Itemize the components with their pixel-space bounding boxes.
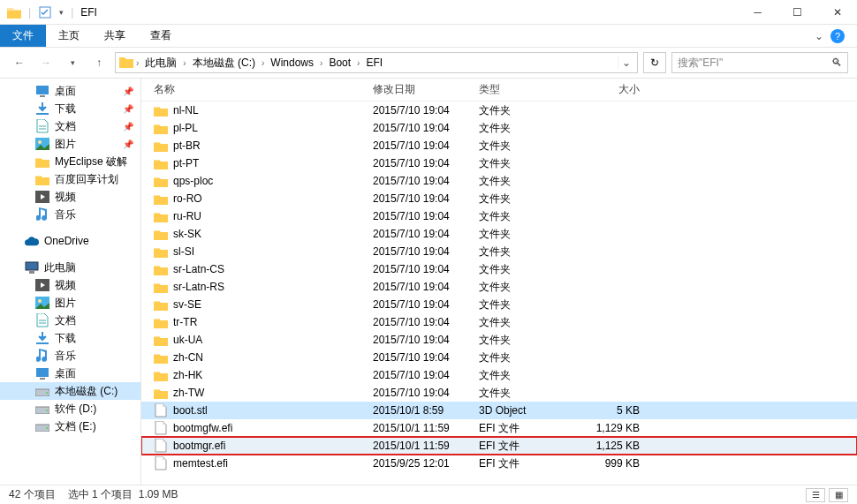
chevron-right-icon[interactable]: › — [356, 58, 360, 68]
svg-point-7 — [38, 140, 42, 144]
sidebar-item[interactable]: 桌面 — [0, 365, 140, 382]
file-row[interactable]: zh-CN 2015/7/10 19:04 文件夹 — [141, 349, 857, 366]
tab-share[interactable]: 共享 — [92, 25, 138, 47]
sidebar-item[interactable]: 软件 (D:) — [0, 400, 140, 417]
file-row[interactable]: zh-TW 2015/7/10 19:04 文件夹 — [141, 384, 857, 402]
file-row[interactable]: nl-NL 2015/7/10 19:04 文件夹 — [141, 102, 857, 119]
sidebar-item[interactable]: 音乐 — [0, 347, 140, 365]
file-type: EFI 文件 — [479, 421, 573, 436]
sidebar-item[interactable]: 本地磁盘 (C:) — [0, 382, 140, 400]
sidebar-item[interactable]: 下载 — [0, 329, 140, 347]
doc-icon — [35, 313, 49, 327]
forward-button[interactable]: → — [35, 52, 57, 73]
quick-access-prop-icon[interactable] — [38, 5, 52, 19]
qat-dropdown-icon[interactable]: ▾ — [59, 8, 64, 17]
sidebar-item[interactable]: 桌面📌 — [0, 82, 140, 100]
file-row[interactable]: tr-TR 2015/7/10 19:04 文件夹 — [141, 313, 857, 331]
search-input[interactable]: 搜索"EFI" 🔍︎ — [671, 52, 848, 73]
details-view-button[interactable]: ☰ — [806, 488, 825, 502]
tab-view[interactable]: 查看 — [138, 25, 184, 47]
icons-view-button[interactable]: ▦ — [829, 488, 848, 502]
file-row[interactable]: pt-BR 2015/7/10 19:04 文件夹 — [141, 137, 857, 154]
address-bar[interactable]: › 此电脑 › 本地磁盘 (C:) › Windows › Boot › EFI… — [115, 52, 638, 73]
help-icon[interactable]: ? — [830, 29, 845, 43]
chevron-right-icon[interactable]: › — [135, 58, 140, 68]
file-row[interactable]: memtest.efi 2015/9/25 12:01 EFI 文件 999 K… — [141, 455, 857, 472]
crumb[interactable]: Boot — [325, 56, 354, 69]
crumb[interactable]: 此电脑 — [141, 56, 180, 71]
file-row[interactable]: sk-SK 2015/7/10 19:04 文件夹 — [141, 225, 857, 243]
up-button[interactable]: ↑ — [88, 52, 110, 73]
refresh-button[interactable]: ↻ — [643, 52, 666, 73]
file-row[interactable]: ro-RO 2015/7/10 19:04 文件夹 — [141, 190, 857, 207]
file-row[interactable]: sl-SI 2015/7/10 19:04 文件夹 — [141, 243, 857, 260]
sidebar-item-label: 桌面 — [55, 366, 76, 381]
file-row[interactable]: ru-RU 2015/7/10 19:04 文件夹 — [141, 207, 857, 225]
crumb[interactable]: 本地磁盘 (C:) — [189, 56, 259, 71]
sidebar-item[interactable]: 下载📌 — [0, 100, 140, 117]
sidebar-onedrive[interactable]: OneDrive — [0, 232, 140, 250]
file-row[interactable]: sv-SE 2015/7/10 19:04 文件夹 — [141, 296, 857, 313]
folder-icon — [154, 333, 168, 347]
tab-home[interactable]: 主页 — [46, 25, 92, 47]
sidebar-thispc[interactable]: 此电脑 — [0, 259, 140, 276]
col-type[interactable]: 类型 — [479, 82, 573, 97]
file-row[interactable]: pl-PL 2015/7/10 19:04 文件夹 — [141, 119, 857, 137]
crumb[interactable]: EFI — [362, 56, 386, 69]
file-row[interactable]: bootmgr.efi 2015/10/1 11:59 EFI 文件 1,125… — [141, 437, 857, 455]
sidebar-item[interactable]: 音乐 — [0, 206, 140, 223]
drive-icon — [35, 384, 49, 398]
sidebar-item-label: 视频 — [55, 278, 76, 293]
file-date: 2015/10/1 11:59 — [373, 422, 479, 434]
column-header: 名称 修改日期 类型 大小 — [141, 79, 857, 102]
sidebar-item[interactable]: 文档 — [0, 312, 140, 329]
file-row[interactable]: sr-Latn-RS 2015/7/10 19:04 文件夹 — [141, 278, 857, 296]
file-row[interactable]: sr-Latn-CS 2015/7/10 19:04 文件夹 — [141, 260, 857, 278]
tab-file[interactable]: 文件 — [0, 25, 46, 47]
maximize-button[interactable]: ☐ — [777, 0, 817, 25]
folder-icon — [154, 386, 168, 400]
download-icon — [35, 331, 49, 345]
pin-icon: 📌 — [123, 87, 133, 96]
file-row[interactable]: boot.stl 2015/10/1 8:59 3D Object 5 KB — [141, 402, 857, 419]
file-name: zh-HK — [173, 369, 202, 381]
minimize-button[interactable]: ─ — [738, 0, 777, 25]
address-dropdown-icon[interactable]: ⌄ — [618, 56, 633, 69]
crumb[interactable]: Windows — [267, 56, 317, 69]
history-dropdown[interactable]: ▾ — [62, 52, 83, 73]
col-name[interactable]: 名称 — [154, 82, 373, 97]
sidebar-item[interactable]: MyEclipse 破解 — [0, 153, 140, 170]
file-row[interactable]: zh-HK 2015/7/10 19:04 文件夹 — [141, 366, 857, 384]
file-date: 2015/7/10 19:04 — [373, 157, 479, 169]
image-icon — [35, 137, 49, 151]
folder-icon — [154, 121, 168, 135]
file-row[interactable]: pt-PT 2015/7/10 19:04 文件夹 — [141, 154, 857, 172]
svg-rect-17 — [36, 368, 49, 377]
file-type: 文件夹 — [479, 227, 573, 242]
col-date[interactable]: 修改日期 — [373, 82, 479, 97]
file-date: 2015/7/10 19:04 — [373, 104, 479, 117]
pin-icon: 📌 — [123, 104, 133, 114]
sidebar-item[interactable]: 视频 — [0, 188, 140, 206]
sidebar-item[interactable]: 文档📌 — [0, 117, 140, 135]
sidebar-item[interactable]: 图片 — [0, 294, 140, 312]
sidebar-item[interactable]: 文档 (E:) — [0, 417, 140, 435]
back-button[interactable]: ← — [9, 52, 30, 73]
sidebar-item[interactable]: 视频 — [0, 276, 140, 294]
file-row[interactable]: qps-ploc 2015/7/10 19:04 文件夹 — [141, 172, 857, 190]
sidebar-item[interactable]: 图片📌 — [0, 135, 140, 153]
chevron-right-icon[interactable]: › — [261, 58, 265, 68]
file-date: 2015/7/10 19:04 — [373, 245, 479, 258]
sidebar-item-label: 文档 — [55, 119, 76, 134]
chevron-right-icon[interactable]: › — [182, 58, 186, 68]
col-size[interactable]: 大小 — [573, 82, 652, 97]
ribbon-expand-icon[interactable]: ⌄ — [815, 30, 823, 42]
file-row[interactable]: bootmgfw.efi 2015/10/1 11:59 EFI 文件 1,12… — [141, 419, 857, 437]
file-row[interactable]: uk-UA 2015/7/10 19:04 文件夹 — [141, 331, 857, 349]
chevron-right-icon[interactable]: › — [319, 58, 323, 68]
file-name: uk-UA — [173, 334, 202, 346]
close-button[interactable]: ✕ — [817, 0, 857, 25]
search-icon[interactable]: 🔍︎ — [831, 56, 842, 69]
sidebar-item[interactable]: 百度回享计划 — [0, 170, 140, 188]
file-date: 2015/7/10 19:04 — [373, 192, 479, 205]
